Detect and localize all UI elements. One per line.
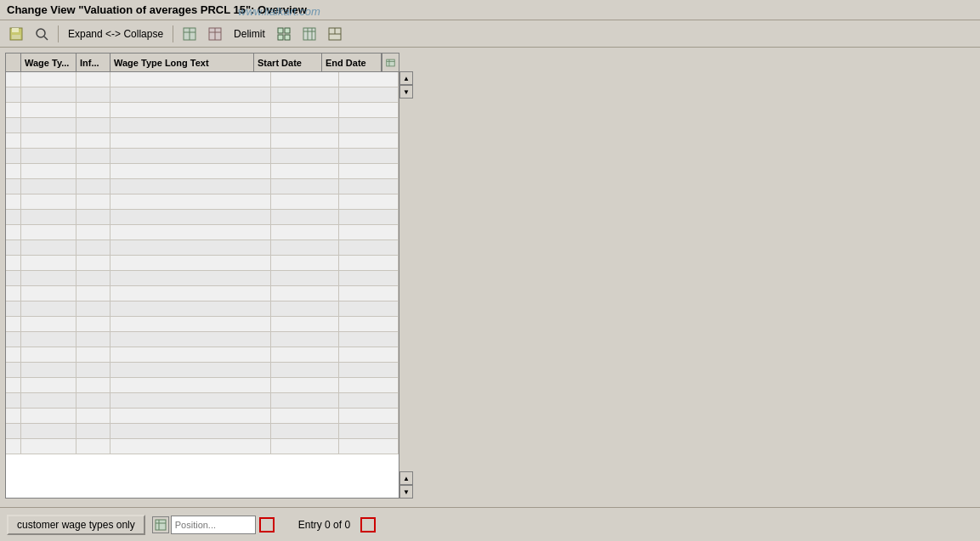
save-button[interactable]: [5, 25, 27, 43]
table-row[interactable]: [6, 409, 399, 424]
col-header-wagety[interactable]: Wage Ty...: [21, 54, 76, 71]
icon-button-3[interactable]: [273, 25, 295, 43]
svg-rect-12: [285, 28, 290, 33]
table-icon-2: [207, 26, 223, 42]
table-cell: [6, 164, 21, 178]
table-cell: [339, 118, 399, 132]
table-cell: [21, 87, 76, 102]
table-row[interactable]: [6, 363, 399, 378]
scroll-down-bottom-button[interactable]: ▼: [399, 485, 413, 499]
table-row[interactable]: [6, 317, 399, 332]
table-row[interactable]: [6, 271, 399, 286]
table-cell: [6, 225, 21, 240]
table-cell: [271, 164, 339, 178]
table-row[interactable]: [6, 103, 399, 118]
table-cell: [339, 439, 399, 454]
table-row[interactable]: [6, 225, 399, 240]
col-header-inf[interactable]: Inf...: [76, 54, 110, 71]
table-cell: [76, 332, 110, 347]
table-cell: [21, 332, 76, 347]
table-row[interactable]: [6, 378, 399, 393]
table-row[interactable]: [6, 118, 399, 133]
table-cell: [271, 332, 339, 347]
table-cell: [339, 225, 399, 240]
table-cell: [339, 72, 399, 87]
table-row[interactable]: [6, 424, 399, 439]
table-row[interactable]: [6, 256, 399, 271]
table-cell: [271, 363, 339, 377]
customer-wage-types-button[interactable]: customer wage types only: [7, 515, 145, 535]
table-row[interactable]: [6, 87, 399, 103]
table-icon-button-1[interactable]: [178, 25, 201, 43]
table-row[interactable]: [6, 393, 399, 409]
table-icon-button-2[interactable]: [204, 25, 226, 43]
table-row[interactable]: [6, 439, 399, 454]
table-cell: [21, 194, 76, 209]
table-cell: [110, 363, 271, 377]
table-cell: [76, 317, 110, 331]
col-settings-button[interactable]: [382, 54, 399, 71]
find-button[interactable]: [31, 25, 53, 43]
icon-button-4[interactable]: [298, 25, 320, 43]
scroll-down-button[interactable]: ▼: [399, 85, 413, 99]
customer-wage-types-label: customer wage types only: [17, 519, 135, 531]
table-cell: [271, 87, 339, 102]
table-cell: [21, 409, 76, 423]
table-cell: [21, 256, 76, 270]
table-cell: [6, 87, 21, 102]
table-cell: [339, 271, 399, 285]
table-row[interactable]: [6, 240, 399, 256]
col-header-longtext[interactable]: Wage Type Long Text: [110, 54, 254, 71]
table-cell: [110, 409, 271, 423]
table-row[interactable]: [6, 149, 399, 164]
table-cell: [21, 118, 76, 132]
table-cell: [339, 317, 399, 331]
delimit-button[interactable]: Delimit: [229, 26, 269, 42]
table-cell: [21, 317, 76, 331]
table-row[interactable]: [6, 72, 399, 87]
table-cell: [21, 378, 76, 392]
table-row[interactable]: [6, 332, 399, 347]
table-row[interactable]: [6, 286, 399, 301]
table-row[interactable]: [6, 164, 399, 179]
table-cell: [6, 439, 21, 454]
table-row[interactable]: [6, 301, 399, 317]
table-cell: [339, 424, 399, 438]
expand-collapse-button[interactable]: Expand <-> Collapse: [64, 26, 167, 42]
table-cell: [110, 332, 271, 347]
table-cell: [76, 378, 110, 392]
table-cell: [6, 194, 21, 209]
svg-line-4: [44, 37, 48, 40]
table-cell: [76, 393, 110, 408]
icon-button-5[interactable]: [324, 25, 346, 43]
col-header-enddate[interactable]: End Date: [322, 54, 382, 71]
save-icon: [8, 26, 24, 42]
table-cell: [339, 332, 399, 347]
table-cell: [271, 149, 339, 163]
scroll-up-button[interactable]: ▲: [399, 71, 413, 85]
find-icon: [34, 26, 49, 42]
table-body: [6, 72, 399, 498]
columns-icon: [302, 26, 317, 42]
svg-rect-1: [12, 28, 19, 32]
table-row[interactable]: [6, 179, 399, 194]
table-row[interactable]: [6, 347, 399, 363]
table-row[interactable]: [6, 194, 399, 210]
table-cell: [271, 301, 339, 316]
table-cell: [76, 149, 110, 163]
table-cell: [110, 378, 271, 392]
window-title: Change View "Valuation of averages PRCL …: [7, 3, 307, 16]
position-icon[interactable]: [152, 516, 169, 533]
table-cell: [271, 424, 339, 438]
table-row[interactable]: [6, 210, 399, 225]
table-cell: [339, 149, 399, 163]
table-row[interactable]: [6, 133, 399, 149]
svg-rect-14: [285, 35, 290, 40]
scroll-up-bottom-button[interactable]: ▲: [399, 471, 413, 485]
svg-rect-22: [387, 59, 394, 66]
svg-rect-25: [156, 520, 166, 530]
table-cell: [76, 363, 110, 377]
position-input[interactable]: [171, 516, 256, 534]
table-cell: [110, 149, 271, 163]
col-header-startdate[interactable]: Start Date: [254, 54, 322, 71]
